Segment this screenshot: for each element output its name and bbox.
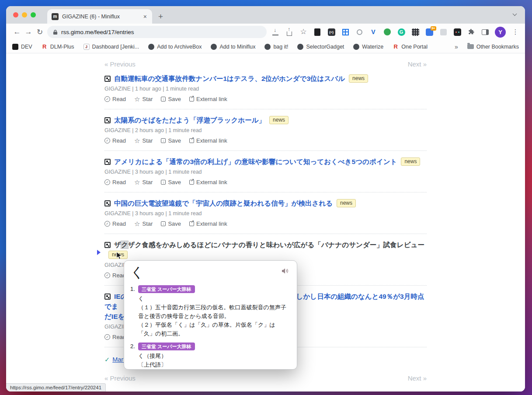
dots-grid-extension-icon[interactable] <box>411 28 420 36</box>
grammarly-extension-icon[interactable]: G <box>397 28 406 36</box>
read-action[interactable]: Read <box>104 220 126 227</box>
entry-title-link[interactable]: アメリカによる「通常の3倍の利上げ」の意味や影響について知っておくべき5つのポイ… <box>114 158 397 165</box>
bookmark-item-add-to-miniflux[interactable]: Add to Miniflux <box>211 44 255 50</box>
read-action[interactable]: Read <box>104 334 126 340</box>
news-tag[interactable]: news <box>269 116 289 124</box>
news-tag[interactable]: news <box>401 157 420 166</box>
next-page-link[interactable]: Next » <box>408 374 427 382</box>
new-tab-button[interactable]: + <box>158 12 163 21</box>
reload-button[interactable]: ↻ <box>34 28 45 37</box>
check-circle-icon <box>104 96 110 102</box>
save-action[interactable]: Save <box>161 96 181 102</box>
definition-number: 1. <box>130 285 138 338</box>
desktop-background: m GIGAZINE (6) - Miniflux × + ← → ↻ rss.… <box>0 0 532 395</box>
address-bar[interactable]: rss.gimo.me/feed/17/entries <box>47 26 267 38</box>
entry-title-link[interactable]: ザクザク食感をかみしめるほどにバナナの香りと味わいが広がる「バナナのサンダー」試… <box>114 241 424 248</box>
check-circle-icon <box>104 179 110 185</box>
feed-favicon-icon <box>104 200 111 206</box>
entry-title-link[interactable]: 中国の巨大電波望遠鏡で「宇宙人の痕跡と疑われる信号」が検出される <box>114 199 333 207</box>
close-window-button[interactable] <box>13 12 18 17</box>
read-action[interactable]: Read <box>104 179 126 185</box>
save-action[interactable]: Save <box>161 220 181 227</box>
definition-line: く <box>138 294 289 303</box>
json-viewer-extension-icon[interactable]: {=} <box>327 28 336 36</box>
save-action[interactable]: Save <box>161 137 181 144</box>
star-icon <box>134 221 140 227</box>
folder-icon <box>467 44 474 49</box>
star-action[interactable]: Star <box>134 179 153 185</box>
bookmark-item-waterize[interactable]: Waterize <box>353 44 383 50</box>
star-action[interactable]: Star <box>134 137 153 144</box>
gray-extension-icon[interactable] <box>439 28 448 36</box>
other-bookmarks[interactable]: Other Bookmarks <box>467 44 519 50</box>
green-dot-extension-icon[interactable] <box>383 28 392 36</box>
menu-kebab-icon[interactable]: ⋮ <box>511 28 520 36</box>
bookmark-manager-extension-icon[interactable] <box>313 28 322 36</box>
read-action[interactable]: Read <box>104 96 126 102</box>
bookmark-item-selectorgadget[interactable]: SelectorGadget <box>297 44 344 50</box>
ring-extension-icon[interactable] <box>355 28 364 36</box>
previous-page-link[interactable]: « Previous <box>104 60 136 68</box>
mouse-cursor <box>116 252 122 262</box>
forward-button[interactable]: → <box>23 28 34 36</box>
entry-item: 太陽系のそばをただよう「浮遊ブラックホール」news GIGAZINE | 2 … <box>104 109 427 151</box>
check-icon <box>104 356 110 363</box>
news-tag[interactable]: news <box>337 199 356 207</box>
feed-favicon-icon <box>104 159 111 165</box>
entry-meta: GIGAZINE | 3 hours ago | 1 minute read <box>104 210 427 217</box>
download-icon[interactable] <box>271 28 280 36</box>
notifier-extension-icon[interactable]: 9+ <box>425 28 434 36</box>
star-action[interactable]: Star <box>134 96 153 102</box>
window-controls <box>13 12 36 17</box>
speaker-icon[interactable] <box>282 268 289 276</box>
bookmarklet-icon <box>353 44 359 50</box>
profile-avatar[interactable]: Y <box>495 27 506 38</box>
minimize-window-button[interactable] <box>22 12 27 17</box>
save-action[interactable]: Save <box>161 179 181 185</box>
external-link-action[interactable]: External link <box>189 137 227 144</box>
star-action[interactable]: Star <box>134 220 153 227</box>
bookmark-item-add-to-archivebox[interactable]: Add to ArchiveBox <box>148 44 202 50</box>
entry-title-link[interactable]: 自動運転車の交通事故件数ナンバー1はテスラ、2位がホンダで3位はスバル <box>114 75 345 82</box>
entry-title-link[interactable]: 太陽系のそばをただよう「浮遊ブラックホール」 <box>114 116 265 124</box>
entry-meta: GIGAZINE | 2 hours ago | 1 minute read <box>104 127 427 133</box>
read-action[interactable]: Read <box>104 272 126 279</box>
bookmarks-overflow-chevron[interactable]: » <box>455 43 458 50</box>
browser-tab[interactable]: m GIGAZINE (6) - Miniflux × <box>47 9 152 24</box>
news-tag[interactable]: news <box>349 74 368 83</box>
tab-close-icon[interactable]: × <box>143 13 148 20</box>
bookmark-item-dashboard-jenkins[interactable]: JDashboard [Jenki... <box>83 44 139 50</box>
side-panel-icon[interactable] <box>481 28 490 36</box>
read-action[interactable]: Read <box>104 137 126 144</box>
bookmarklet-icon <box>211 44 217 50</box>
dark-box-extension-icon[interactable] <box>453 28 462 36</box>
definition-entry: 2. 三省堂 スーパー大辞林 く（接尾） 〔上代語〕 活用語に付いて名詞化する。… <box>130 342 289 370</box>
external-link-action[interactable]: External link <box>189 96 227 102</box>
check-circle-icon <box>104 221 110 227</box>
dictionary-definitions: 1. 三省堂 スーパー大辞林 く （１）五十音図カ行第三段の仮名。軟口蓋破裂音の… <box>130 285 289 370</box>
feed-favicon-icon <box>104 294 111 300</box>
bookmark-item-dlm-plus[interactable]: RDLM-Plus <box>42 43 74 50</box>
next-page-link[interactable]: Next » <box>408 60 427 68</box>
previous-page-link[interactable]: « Previous <box>104 374 136 382</box>
zoom-window-button[interactable] <box>31 12 36 17</box>
vimium-extension-icon[interactable]: V <box>369 28 378 36</box>
bookmark-item-one-portal[interactable]: ROne Portal <box>393 43 428 50</box>
table-capture-extension-icon[interactable] <box>341 28 350 36</box>
share-icon[interactable] <box>285 28 294 36</box>
feed-favicon-icon <box>104 242 111 248</box>
external-link-action[interactable]: External link <box>189 179 227 185</box>
extensions-puzzle-icon[interactable] <box>467 28 476 36</box>
external-link-action[interactable]: External link <box>189 220 227 227</box>
bookmarklet-icon <box>148 44 154 50</box>
bookmark-item-dev[interactable]: DEV <box>12 44 32 50</box>
back-button[interactable]: ← <box>11 28 23 36</box>
jenkins-icon: J <box>83 44 90 50</box>
tab-search-chevron-icon[interactable] <box>513 9 516 17</box>
entry-meta: GIGAZINE | 1 hour ago | 1 minute read <box>104 86 427 92</box>
lookup-selection: ク <box>121 241 128 248</box>
bookmark-star-icon[interactable]: ☆ <box>299 28 308 36</box>
dictionary-popup: く 1. 三省堂 スーパー大辞林 く （１）五十音図カ行第三段の仮名。軟口蓋破裂… <box>124 260 297 370</box>
bookmark-item-bag-it[interactable]: bag it! <box>264 44 288 50</box>
toolbar-extensions: ☆ {=} V G 9+ Y ⋮ <box>271 27 520 38</box>
